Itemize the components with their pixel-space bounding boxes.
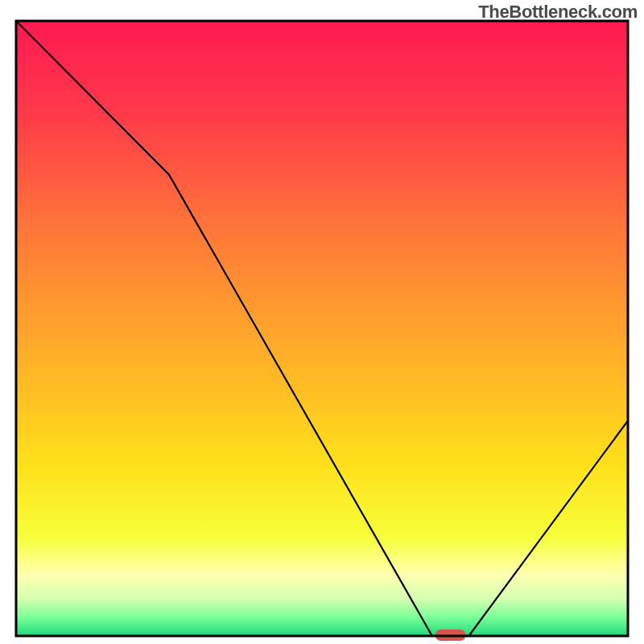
watermark-text: TheBottleneck.com [478,2,638,23]
bottleneck-chart: TheBottleneck.com [0,0,644,644]
chart-svg [0,0,644,644]
